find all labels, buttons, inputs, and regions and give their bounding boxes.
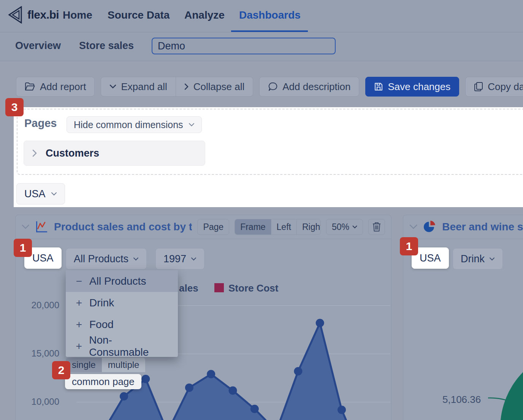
- common-page-filter-usa[interactable]: USA: [16, 183, 65, 204]
- dashboard-toolbar: Add report Expand all Collapse all Add d…: [16, 77, 523, 97]
- pages-section: Pages Hide common dimensions Customers U…: [14, 107, 523, 207]
- chevron-down-icon: [189, 123, 195, 127]
- nav-item-analyze[interactable]: Analyze: [184, 9, 225, 21]
- data-point[interactable]: [294, 367, 302, 376]
- copy-dashboard-label: Copy dashboard: [488, 81, 523, 93]
- page-mode-tabs: single multiple: [66, 358, 145, 372]
- tour-badge-number: 2: [58, 364, 65, 377]
- pages-title: Pages: [24, 117, 57, 130]
- nav-item-dashboards[interactable]: Dashboards: [239, 9, 301, 21]
- pie-label-leader-line: [488, 398, 507, 400]
- common-page-filter-label: USA: [24, 188, 46, 200]
- expand-all-button[interactable]: Expand all: [101, 77, 175, 96]
- top-navigation: flex.bi Home Source Data Analyze Dashboa…: [0, 0, 523, 32]
- report-panel-product-sales: Product sales and cost by ti... Page Fra…: [15, 215, 391, 420]
- dashboard-tabs-bar: Overview Store sales: [0, 32, 523, 61]
- multiple-tab-label: multiple: [108, 360, 139, 370]
- product-dropdown-menu: − All Products + Drink + Food + Non-Cons…: [66, 270, 178, 357]
- customers-group-label: Customers: [46, 147, 99, 159]
- brand[interactable]: flex.bi: [8, 6, 59, 24]
- dropdown-item-label: Non-Consumable: [89, 334, 169, 358]
- tour-badge-number: 1: [20, 241, 26, 254]
- hide-common-dimensions-label: Hide common dimensions: [74, 119, 183, 130]
- copy-dashboard-button[interactable]: Copy dashboard: [465, 77, 523, 97]
- data-point[interactable]: [185, 384, 193, 392]
- app-root: flex.bi Home Source Data Analyze Dashboa…: [0, 0, 523, 420]
- chevron-down-icon: [51, 192, 57, 196]
- tour-badge-1-right: 1: [400, 237, 418, 255]
- expand-all-label: Expand all: [121, 81, 167, 93]
- data-point[interactable]: [338, 406, 346, 414]
- brand-name: flex.bi: [27, 8, 59, 21]
- data-point[interactable]: [250, 405, 259, 413]
- folder-icon: [25, 82, 35, 91]
- dropdown-item-drink[interactable]: + Drink: [66, 292, 178, 314]
- add-report-button[interactable]: Add report: [16, 77, 95, 97]
- active-tab-underline: [231, 30, 308, 32]
- comment-icon: [268, 82, 278, 92]
- data-point[interactable]: [316, 319, 324, 327]
- chevron-down-icon: [109, 84, 116, 89]
- data-point[interactable]: [120, 392, 128, 401]
- dropdown-item-label: Drink: [89, 297, 114, 309]
- dropdown-item-label: Food: [89, 319, 114, 331]
- hide-common-dimensions-button[interactable]: Hide common dimensions: [67, 116, 202, 133]
- common-page-tooltip: common page: [65, 374, 141, 389]
- report-panel-beer-wine: Beer and wine sa USA Drink 5,106.36: [403, 215, 523, 420]
- dropdown-item-food[interactable]: + Food: [66, 314, 178, 335]
- data-point[interactable]: [229, 387, 237, 395]
- collapse-all-button[interactable]: Collapse all: [176, 77, 253, 96]
- add-description-button[interactable]: Add description: [259, 77, 359, 97]
- save-icon: [374, 82, 383, 91]
- chevron-right-icon: [32, 149, 37, 157]
- beer-wine-pie-chart: [403, 215, 523, 420]
- tour-badge-number: 3: [11, 101, 18, 114]
- tour-badge-2: 2: [52, 361, 70, 379]
- dropdown-item-label: All Products: [89, 275, 146, 287]
- page-mode-multiple-tab[interactable]: multiple: [102, 358, 146, 372]
- data-point[interactable]: [207, 370, 215, 378]
- tour-badge-number: 1: [406, 240, 412, 253]
- dashboard-tab-store-sales[interactable]: Store sales: [79, 40, 134, 52]
- single-tab-label: single: [72, 360, 96, 370]
- pages-group-customers[interactable]: Customers: [24, 141, 205, 166]
- nav-item-home[interactable]: Home: [63, 9, 92, 21]
- save-changes-button[interactable]: Save changes: [365, 77, 459, 97]
- expand-plus-icon[interactable]: +: [75, 319, 83, 331]
- expand-plus-icon[interactable]: +: [75, 297, 83, 309]
- tour-badge-3: 3: [5, 98, 24, 116]
- dropdown-item-non-consumable[interactable]: + Non-Consumable: [66, 335, 178, 357]
- add-report-label: Add report: [40, 81, 86, 93]
- pie-slice-drink[interactable]: [500, 348, 523, 420]
- expand-plus-icon[interactable]: +: [75, 340, 83, 352]
- flexbi-logo-icon: [8, 6, 23, 24]
- page-mode-single-tab[interactable]: single: [66, 358, 102, 372]
- common-page-tooltip-label: common page: [72, 376, 135, 388]
- tour-badge-1-left: 1: [14, 239, 32, 257]
- copy-icon: [474, 82, 483, 92]
- add-description-label: Add description: [282, 81, 350, 93]
- dropdown-item-all-products[interactable]: − All Products: [66, 270, 178, 292]
- dashboard-name-input[interactable]: [152, 38, 336, 54]
- collapse-minus-icon[interactable]: −: [75, 275, 83, 287]
- data-point[interactable]: [141, 375, 150, 383]
- expand-collapse-group: Expand all Collapse all: [101, 77, 253, 97]
- dashboard-tab-overview[interactable]: Overview: [15, 40, 61, 52]
- save-changes-label: Save changes: [388, 81, 450, 93]
- chevron-right-icon: [184, 83, 189, 90]
- nav-item-source-data[interactable]: Source Data: [108, 9, 170, 21]
- collapse-all-label: Collapse all: [193, 81, 244, 93]
